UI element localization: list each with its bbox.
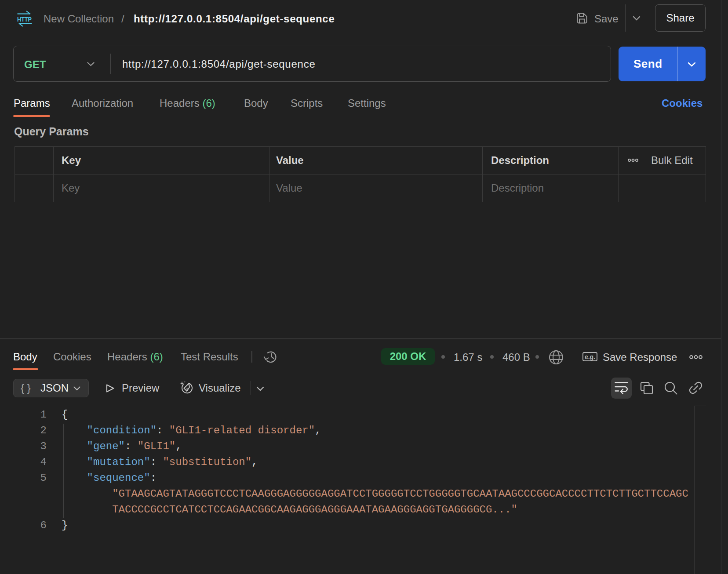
svg-text:HTTP: HTTP [17,15,32,23]
